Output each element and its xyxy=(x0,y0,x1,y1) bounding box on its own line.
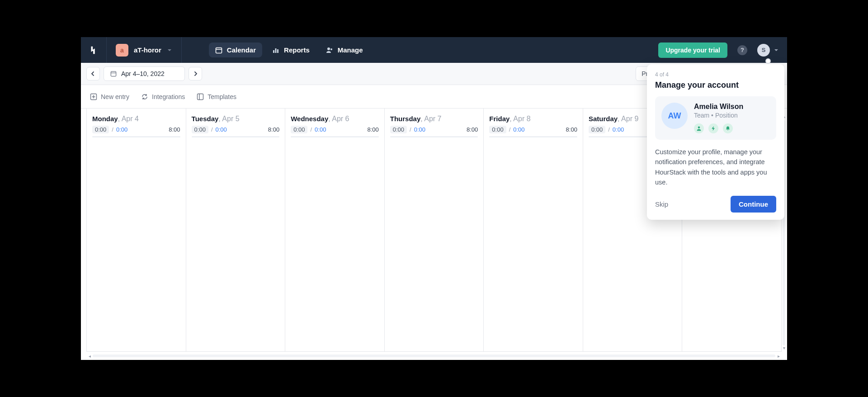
bar-chart-icon xyxy=(272,47,279,54)
hours-progress xyxy=(92,136,180,137)
logo-icon xyxy=(89,45,99,55)
arrow-right-icon xyxy=(193,71,198,76)
tab-calendar[interactable]: Calendar xyxy=(209,43,262,57)
top-nav: a aT-horor Calendar Reports Manage Upgra… xyxy=(81,37,787,63)
help-button[interactable]: ? xyxy=(737,45,747,55)
templates-button[interactable]: Templates xyxy=(197,93,236,100)
day-column[interactable]: Friday, Apr 80:00/0:008:00 xyxy=(484,109,583,351)
refresh-icon xyxy=(141,93,148,100)
day-hours: 0:00/0:008:00 xyxy=(87,126,186,136)
day-date: , Apr 5 xyxy=(218,115,239,123)
hours-scheduled: 0:00 xyxy=(513,126,524,133)
day-hours: 0:00/0:008:00 xyxy=(285,126,384,136)
popover-anchor-dot xyxy=(765,58,771,64)
onboarding-step: 4 of 4 xyxy=(655,71,776,78)
main-tabs: Calendar Reports Manage xyxy=(209,43,369,57)
integrations-label: Integrations xyxy=(152,93,185,100)
hours-capacity: 8:00 xyxy=(566,126,577,133)
onboarding-description: Customize your profile, manage your noti… xyxy=(655,147,776,188)
chevron-down-icon xyxy=(167,47,172,53)
hours-logged: 0:00 xyxy=(589,126,605,133)
bolt-icon xyxy=(708,123,718,133)
onboarding-popover: 4 of 4 Manage your account AW Amelia Wil… xyxy=(647,64,784,220)
svg-rect-10 xyxy=(198,94,203,99)
svg-rect-7 xyxy=(111,71,116,76)
tab-manage[interactable]: Manage xyxy=(320,43,369,57)
skip-button[interactable]: Skip xyxy=(655,200,668,208)
tab-reports[interactable]: Reports xyxy=(266,43,316,57)
app-logo[interactable] xyxy=(81,37,107,63)
svg-point-6 xyxy=(330,48,332,50)
hours-capacity: 8:00 xyxy=(268,126,279,133)
hours-progress xyxy=(192,136,280,137)
users-icon xyxy=(326,47,333,54)
svg-point-5 xyxy=(327,47,330,50)
day-column[interactable]: Monday, Apr 40:00/0:008:00 xyxy=(87,109,186,351)
tab-manage-label: Manage xyxy=(338,46,363,54)
arrow-left-icon xyxy=(90,71,96,76)
day-header: Tuesday, Apr 5 xyxy=(186,109,285,126)
bell-icon xyxy=(723,123,733,133)
day-header: Wednesday, Apr 6 xyxy=(285,109,384,126)
svg-rect-0 xyxy=(216,47,222,53)
day-header: Monday, Apr 4 xyxy=(87,109,186,126)
horizontal-scrollbar[interactable]: ◂ ▸ xyxy=(86,354,782,358)
integrations-button[interactable]: Integrations xyxy=(141,93,185,100)
hours-logged: 0:00 xyxy=(92,126,109,133)
new-entry-label: New entry xyxy=(101,93,129,100)
day-name: Wednesday xyxy=(291,115,328,123)
hours-logged: 0:00 xyxy=(489,126,506,133)
day-hours: 0:00/0:008:00 xyxy=(186,126,285,136)
hours-capacity: 8:00 xyxy=(467,126,478,133)
date-range-label: Apr 4–10, 2022 xyxy=(121,70,165,77)
day-column[interactable]: Wednesday, Apr 60:00/0:008:00 xyxy=(285,109,385,351)
next-week-button[interactable] xyxy=(189,67,202,80)
user-avatar: S xyxy=(757,44,770,57)
day-name: Friday xyxy=(489,115,509,123)
day-hours: 0:00/0:008:00 xyxy=(385,126,484,136)
day-column[interactable]: Tuesday, Apr 50:00/0:008:00 xyxy=(186,109,286,351)
continue-button[interactable]: Continue xyxy=(731,196,776,213)
profile-avatar: AW xyxy=(661,103,688,129)
day-date: , Apr 6 xyxy=(328,115,349,123)
hours-logged: 0:00 xyxy=(291,126,307,133)
day-date: , Apr 8 xyxy=(509,115,530,123)
day-date: , Apr 7 xyxy=(420,115,441,123)
date-range-picker[interactable]: Apr 4–10, 2022 xyxy=(104,66,185,81)
day-header: Friday, Apr 8 xyxy=(484,109,583,126)
prev-week-button[interactable] xyxy=(86,67,100,80)
onboarding-title: Manage your account xyxy=(655,80,776,90)
scroll-left-icon: ◂ xyxy=(86,354,93,359)
day-date: , Apr 4 xyxy=(118,115,139,123)
calendar-icon xyxy=(215,47,222,54)
day-name: Saturday xyxy=(589,115,618,123)
svg-rect-3 xyxy=(275,48,277,53)
day-hours: 0:00/0:008:00 xyxy=(484,126,583,136)
hours-scheduled: 0:00 xyxy=(414,126,425,133)
chevron-down-icon xyxy=(774,47,779,53)
hours-logged: 0:00 xyxy=(192,126,208,133)
person-icon xyxy=(694,123,704,133)
day-header: Thursday, Apr 7 xyxy=(385,109,484,126)
workspace-switcher[interactable]: a aT-horor xyxy=(107,37,182,63)
svg-point-12 xyxy=(698,127,700,129)
hours-progress xyxy=(489,136,577,137)
profile-icons xyxy=(694,123,743,133)
templates-label: Templates xyxy=(208,93,236,100)
profile-meta: Team • Position xyxy=(694,112,743,119)
hours-scheduled: 0:00 xyxy=(116,126,127,133)
hours-scheduled: 0:00 xyxy=(613,126,624,133)
hours-scheduled: 0:00 xyxy=(315,126,326,133)
scroll-down-icon: ▾ xyxy=(783,345,785,352)
upgrade-button[interactable]: Upgrade your trial xyxy=(658,43,727,58)
day-name: Tuesday xyxy=(192,115,219,123)
day-date: , Apr 9 xyxy=(618,115,638,123)
new-entry-button[interactable]: New entry xyxy=(90,93,129,100)
plus-square-icon xyxy=(90,93,97,100)
day-name: Monday xyxy=(92,115,118,123)
profile-card: AW Amelia Wilson Team • Position xyxy=(655,96,776,140)
template-icon xyxy=(197,93,204,100)
scroll-right-icon: ▸ xyxy=(775,354,782,359)
day-column[interactable]: Thursday, Apr 70:00/0:008:00 xyxy=(385,109,484,351)
user-menu[interactable]: S xyxy=(757,44,779,57)
